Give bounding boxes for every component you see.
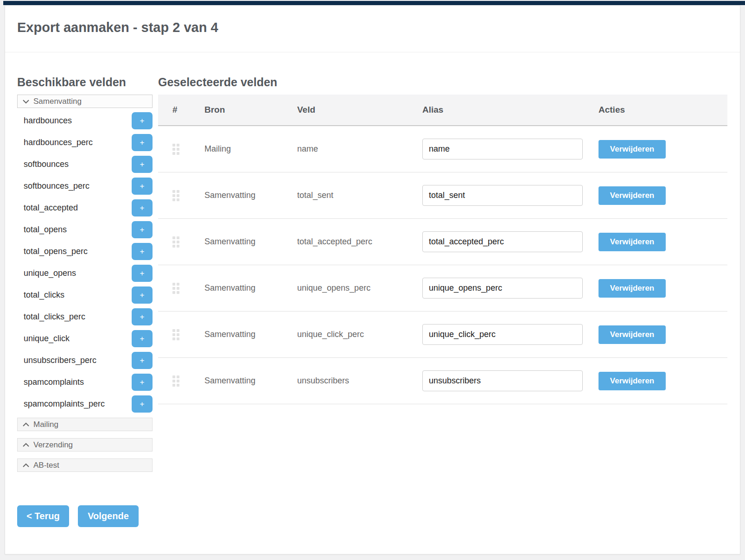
add-field-button[interactable]: + xyxy=(132,199,153,216)
table-body: Mailing name Verwijderen Samenvatting to… xyxy=(158,126,727,404)
alias-input[interactable] xyxy=(422,185,583,206)
add-field-button[interactable]: + xyxy=(132,156,153,173)
remove-button[interactable]: Verwijderen xyxy=(599,186,666,205)
page-card: Export aanmaken - stap 2 van 4 Beschikba… xyxy=(5,5,740,554)
wizard-navigation: < Terug Volgende xyxy=(17,505,153,527)
table-header-row: # Bron Veld Alias Acties xyxy=(158,95,727,126)
row-field: unique_click_perc xyxy=(297,330,422,339)
table-row: Mailing name Verwijderen xyxy=(158,126,727,172)
table-row: Samenvatting total_sent Verwijderen xyxy=(158,172,727,219)
available-fields-panel: Beschikbare velden Samenvatting hardboun… xyxy=(17,76,153,527)
row-field: unique_opens_perc xyxy=(297,283,422,293)
remove-button[interactable]: Verwijderen xyxy=(599,372,666,390)
available-field-label: softbounces_perc xyxy=(24,181,89,191)
table-row: Samenvatting total_accepted_perc Verwijd… xyxy=(158,219,727,265)
selected-fields-panel: Geselecteerde velden # Bron Veld Alias A… xyxy=(158,76,727,404)
add-field-button[interactable]: + xyxy=(132,134,153,151)
chevron-up-icon xyxy=(23,463,29,468)
add-field-button[interactable]: + xyxy=(132,330,153,347)
available-field-label: total_clicks xyxy=(24,290,64,300)
drag-handle-icon[interactable] xyxy=(172,375,179,387)
table-row: Samenvatting unique_opens_perc Verwijder… xyxy=(158,265,727,312)
row-field: name xyxy=(297,144,422,154)
available-field-label: spamcomplaints xyxy=(24,377,84,387)
available-field-label: hardbounces xyxy=(24,116,72,126)
available-field-item: softbounces + xyxy=(17,153,153,175)
add-field-button[interactable]: + xyxy=(132,265,153,282)
column-header-index: # xyxy=(158,105,204,115)
row-field: unsubscribers xyxy=(297,376,422,386)
row-source: Samenvatting xyxy=(204,283,297,293)
available-fields-heading: Beschikbare velden xyxy=(17,76,153,89)
page-header: Export aanmaken - stap 2 van 4 xyxy=(5,6,740,52)
row-source: Samenvatting xyxy=(204,237,297,247)
column-header-alias: Alias xyxy=(422,105,599,115)
alias-input[interactable] xyxy=(422,370,583,391)
collapsed-group-header[interactable]: Mailing xyxy=(17,418,153,431)
group-label: Verzending xyxy=(33,440,73,450)
alias-input[interactable] xyxy=(422,278,583,299)
table-row: Samenvatting unique_click_perc Verwijder… xyxy=(158,312,727,358)
row-source: Samenvatting xyxy=(204,330,297,339)
available-field-item: unique_click + xyxy=(17,328,153,350)
group-label: AB-test xyxy=(33,461,59,470)
content-area: Beschikbare velden Samenvatting hardboun… xyxy=(5,52,740,527)
column-header-source: Bron xyxy=(204,105,297,115)
next-button[interactable]: Volgende xyxy=(78,505,139,527)
available-field-label: softbounces xyxy=(24,159,69,169)
add-field-button[interactable]: + xyxy=(132,308,153,325)
available-field-item: total_opens + xyxy=(17,219,153,241)
remove-button[interactable]: Verwijderen xyxy=(599,279,666,298)
available-field-list: hardbounces + hardbounces_perc + softbou… xyxy=(17,108,153,418)
alias-input[interactable] xyxy=(422,324,583,345)
available-field-item: total_clicks + xyxy=(17,284,153,306)
column-header-actions: Acties xyxy=(599,105,727,115)
row-source: Mailing xyxy=(204,144,297,154)
alias-input[interactable] xyxy=(422,139,583,159)
selected-fields-heading: Geselecteerde velden xyxy=(158,76,727,89)
remove-button[interactable]: Verwijderen xyxy=(599,140,666,159)
available-field-label: total_clicks_perc xyxy=(24,312,85,322)
add-field-button[interactable]: + xyxy=(132,112,153,129)
available-field-item: unique_opens + xyxy=(17,262,153,284)
drag-handle-icon[interactable] xyxy=(172,236,179,248)
table-row: Samenvatting unsubscribers Verwijderen xyxy=(158,358,727,404)
available-field-label: hardbounces_perc xyxy=(24,138,93,147)
group-label: Mailing xyxy=(33,420,58,429)
available-field-label: total_opens xyxy=(24,225,67,235)
available-field-label: total_accepted xyxy=(24,203,78,213)
add-field-button[interactable]: + xyxy=(132,374,153,391)
add-field-button[interactable]: + xyxy=(132,395,153,413)
group-header-samenvatting[interactable]: Samenvatting xyxy=(17,95,153,108)
add-field-button[interactable]: + xyxy=(132,286,153,304)
page-title: Export aanmaken - stap 2 van 4 xyxy=(17,20,728,35)
collapsed-group-list: Mailing Verzending AB-test xyxy=(17,418,153,472)
available-field-label: total_opens_perc xyxy=(24,247,88,256)
available-field-label: spamcomplaints_perc xyxy=(24,399,105,409)
alias-input[interactable] xyxy=(422,231,583,252)
chevron-up-icon xyxy=(23,443,29,447)
available-field-item: spamcomplaints_perc + xyxy=(17,393,153,415)
add-field-button[interactable]: + xyxy=(132,243,153,260)
drag-handle-icon[interactable] xyxy=(172,329,179,340)
add-field-button[interactable]: + xyxy=(132,352,153,369)
drag-handle-icon[interactable] xyxy=(172,190,179,201)
add-field-button[interactable]: + xyxy=(132,178,153,195)
collapsed-group-header[interactable]: Verzending xyxy=(17,438,153,452)
drag-handle-icon[interactable] xyxy=(172,144,179,155)
back-button[interactable]: < Terug xyxy=(17,505,69,527)
collapsed-group-header[interactable]: AB-test xyxy=(17,458,153,472)
top-accent-bar xyxy=(3,1,745,5)
row-source: Samenvatting xyxy=(204,191,297,200)
available-field-item: total_accepted + xyxy=(17,197,153,219)
available-field-item: hardbounces_perc + xyxy=(17,132,153,153)
available-field-item: softbounces_perc + xyxy=(17,175,153,197)
row-field: total_accepted_perc xyxy=(297,237,422,247)
drag-handle-icon[interactable] xyxy=(172,283,179,294)
add-field-button[interactable]: + xyxy=(132,221,153,238)
remove-button[interactable]: Verwijderen xyxy=(599,233,666,251)
chevron-up-icon xyxy=(23,422,29,427)
group-label: Samenvatting xyxy=(33,97,82,106)
available-field-item: hardbounces + xyxy=(17,110,153,132)
remove-button[interactable]: Verwijderen xyxy=(599,325,666,344)
